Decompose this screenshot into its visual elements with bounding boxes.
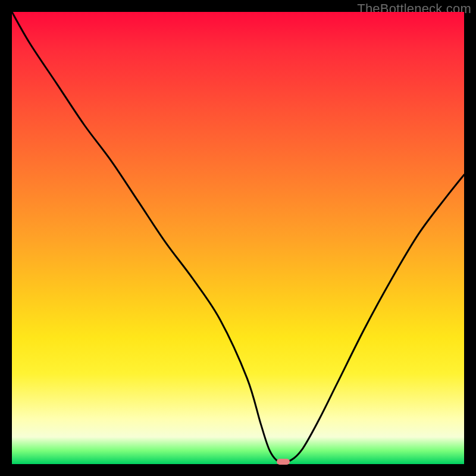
minimum-marker [277,459,290,465]
plot-area [12,12,464,464]
curve-svg [12,12,464,464]
bottleneck-curve [12,12,464,464]
chart-frame: TheBottleneck.com [0,0,476,476]
